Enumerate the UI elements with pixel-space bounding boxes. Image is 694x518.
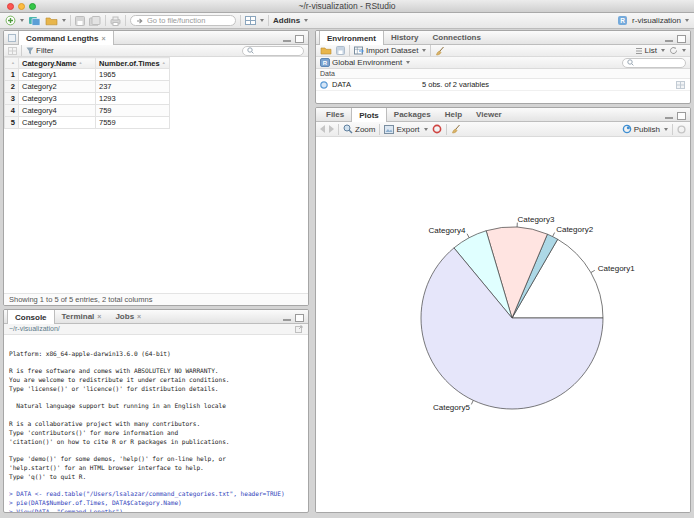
- folder-open-icon: [45, 16, 58, 26]
- addins-menu[interactable]: Addins: [273, 16, 308, 25]
- project-selector[interactable]: R r-visualization: [618, 16, 689, 25]
- close-tab-icon[interactable]: ×: [137, 313, 141, 320]
- console-output-line: R is free software and comes with ABSOLU…: [9, 367, 303, 376]
- chevron-down-icon: [685, 19, 689, 22]
- tab-jobs[interactable]: Jobs×: [108, 310, 148, 323]
- console-output-line: [9, 358, 303, 367]
- goto-file-function-input[interactable]: [147, 16, 235, 25]
- chevron-down-icon: [406, 61, 410, 64]
- toolbar-separator: [268, 15, 269, 26]
- table-cell: 1965: [96, 69, 170, 81]
- next-plot-icon[interactable]: [329, 125, 334, 133]
- open-file-button[interactable]: [45, 16, 66, 26]
- filter-button[interactable]: Filter: [26, 46, 54, 55]
- list-view-button[interactable]: List: [635, 46, 665, 55]
- remove-plot-icon[interactable]: [432, 124, 442, 134]
- data-table: ▲ Category.Name▲ Number.of.Times▲ 1Categ…: [4, 57, 170, 129]
- print-icon[interactable]: [110, 16, 121, 26]
- tab-viewer[interactable]: Viewer: [469, 108, 509, 121]
- toolbar-separator: [672, 124, 673, 135]
- console-output-line: You are welcome to redistribute it under…: [9, 376, 303, 385]
- view-table-icon[interactable]: [676, 81, 685, 89]
- console-output[interactable]: Platform: x86_64-apple-darwin13.6.0 (64-…: [4, 332, 308, 513]
- save-all-icon[interactable]: [89, 16, 101, 26]
- console-output-line: 'citation()' on how to cite R or R packa…: [9, 438, 303, 447]
- column-header-category-name[interactable]: Category.Name▲: [19, 58, 96, 69]
- console-input-line: > View(DATA, "Command Lengths"): [9, 508, 303, 513]
- console-pane: Console Terminal× Jobs× ~/r-visualizatio…: [3, 309, 309, 513]
- close-tab-icon[interactable]: ×: [101, 35, 105, 42]
- chevron-down-icon: [20, 19, 24, 22]
- close-window-button[interactable]: [7, 3, 14, 10]
- goto-file-function-box[interactable]: [130, 15, 236, 26]
- chevron-down-icon: [664, 128, 668, 131]
- refresh-plot-icon[interactable]: [677, 125, 686, 134]
- workspace-panes-button[interactable]: [245, 16, 264, 25]
- table-body: 1Category119652Category22373Category3129…: [5, 69, 170, 129]
- table-search-input[interactable]: [256, 47, 299, 54]
- clear-plots-broom-icon[interactable]: [451, 124, 461, 134]
- environment-search-input[interactable]: [636, 59, 681, 66]
- minimize-pane-button[interactable]: [665, 40, 673, 42]
- load-workspace-icon[interactable]: [320, 46, 332, 55]
- previous-plot-icon[interactable]: [320, 125, 325, 133]
- plot-area: Category1Category2Category3Category4Cate…: [316, 137, 690, 512]
- tab-packages[interactable]: Packages: [387, 108, 438, 121]
- pie-slice-label: Category4: [428, 226, 465, 235]
- minimize-pane-button[interactable]: [283, 40, 291, 42]
- sort-icon: ▲: [162, 60, 166, 65]
- pie-chart: Category1Category2Category3Category4Cate…: [316, 137, 690, 512]
- tab-files[interactable]: Files: [319, 108, 351, 121]
- zoom-window-button[interactable]: [29, 3, 36, 10]
- tab-connections[interactable]: Connections: [425, 31, 487, 44]
- toolbar-separator: [349, 45, 350, 56]
- popout-icon[interactable]: [8, 34, 16, 44]
- new-project-button[interactable]: [28, 15, 41, 26]
- zoom-label: Zoom: [355, 125, 375, 134]
- column-header-number-of-times[interactable]: Number.of.Times▲: [96, 58, 170, 69]
- pie-slice-label: Category3: [518, 215, 555, 224]
- minimize-window-button[interactable]: [18, 3, 25, 10]
- tab-command-lengths[interactable]: Command Lengths ×: [18, 31, 114, 45]
- table-search-box[interactable]: [242, 46, 304, 56]
- tab-plots[interactable]: Plots: [351, 108, 387, 122]
- tab-environment[interactable]: Environment: [319, 31, 384, 45]
- maximize-pane-button[interactable]: [295, 35, 304, 43]
- environment-search-box[interactable]: [622, 58, 686, 68]
- env-object-row[interactable]: DATA 5 obs. of 2 variables: [316, 79, 690, 91]
- tab-history[interactable]: History: [384, 31, 426, 44]
- table-header-row: ▲ Category.Name▲ Number.of.Times▲: [5, 58, 170, 69]
- source-pane: Command Lengths × Filter: [3, 30, 309, 306]
- search-icon: [627, 59, 634, 66]
- maximize-pane-button[interactable]: [677, 112, 686, 120]
- pie-slice-label: Category2: [556, 225, 593, 234]
- zoom-plot-button[interactable]: Zoom: [343, 124, 375, 134]
- refresh-environment-button[interactable]: [669, 46, 686, 55]
- row-number-header[interactable]: ▲: [5, 58, 19, 69]
- maximize-pane-button[interactable]: [295, 314, 304, 322]
- save-icon[interactable]: [75, 16, 85, 26]
- maximize-pane-button[interactable]: [677, 35, 686, 43]
- close-tab-icon[interactable]: ×: [97, 313, 101, 320]
- export-plot-button[interactable]: Export: [384, 125, 427, 134]
- console-input-line: > DATA <- read.table("/Users/lsalazar/co…: [9, 490, 303, 499]
- toolbar-separator: [105, 15, 106, 26]
- minimize-pane-button[interactable]: [665, 117, 673, 119]
- clear-objects-broom-icon[interactable]: [435, 46, 445, 56]
- toolbar-separator: [446, 124, 447, 135]
- import-dataset-button[interactable]: Import Dataset: [354, 46, 426, 55]
- publish-plot-button[interactable]: Publish: [622, 124, 668, 134]
- chevron-down-icon: [661, 49, 665, 52]
- new-file-button[interactable]: [5, 15, 24, 26]
- toolbar-separator: [240, 15, 241, 26]
- tab-console[interactable]: Console: [7, 310, 55, 324]
- minimize-pane-button[interactable]: [283, 319, 291, 321]
- table-cell: 759: [96, 105, 170, 117]
- popout-icon[interactable]: [295, 325, 303, 333]
- save-workspace-icon[interactable]: [336, 46, 345, 55]
- environment-scope-selector[interactable]: R Global Environment: [320, 58, 410, 67]
- tab-terminal[interactable]: Terminal×: [55, 310, 109, 323]
- tab-help[interactable]: Help: [438, 108, 469, 121]
- grid-icon[interactable]: [8, 47, 17, 55]
- table-status-text: Showing 1 to 5 of 5 entries, 2 total col…: [4, 293, 308, 305]
